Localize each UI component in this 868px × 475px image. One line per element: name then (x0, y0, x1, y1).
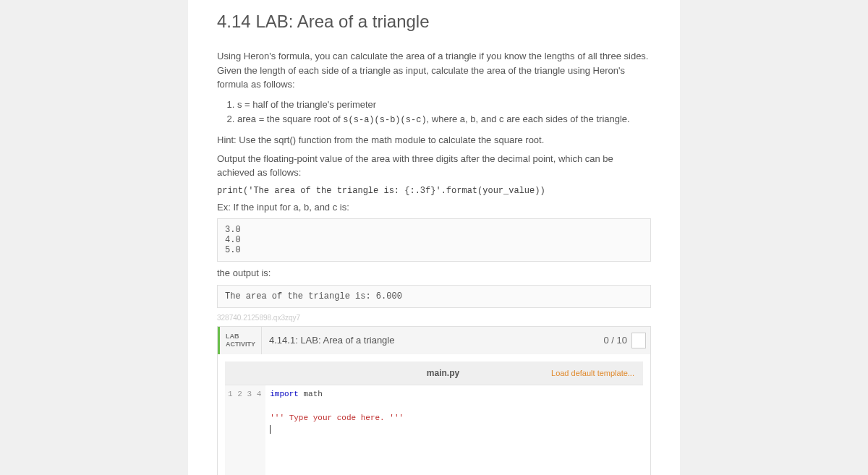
line-gutter: 1 2 3 4 (225, 385, 265, 475)
intro-paragraph: Using Heron's formula, you can calculate… (217, 49, 651, 92)
load-default-template-link[interactable]: Load default template... (551, 369, 634, 377)
kw-import: import (270, 390, 299, 398)
lab-score-text: 0 / 10 (603, 335, 627, 346)
lab-score: 0 / 10 (599, 327, 650, 354)
step-2-suffix: , where a, b, and c are each sides of th… (427, 114, 630, 124)
module-math: math (299, 390, 323, 398)
code-placeholder-comment: ''' Type your code here. ''' (270, 414, 404, 422)
steps-list: s = half of the triangle's perimeter are… (237, 98, 651, 128)
resource-id: 328740.2125898.qx3zqy7 (217, 314, 651, 322)
lab-title: 4.14.1: LAB: Area of a triangle (262, 327, 599, 354)
file-name: main.py (427, 368, 459, 378)
example-label: Ex: If the input for a, b, and c is: (217, 200, 651, 215)
page-container: 4.14 LAB: Area of a triangle Using Heron… (188, 0, 680, 475)
file-bar: main.py Load default template... (225, 361, 643, 385)
lab-tag: LAB ACTIVITY (220, 327, 262, 354)
example-output-label: the output is: (217, 266, 651, 281)
output-spec: Output the floating-point value of the a… (217, 152, 651, 180)
step-2-prefix: area = the square root of (237, 114, 343, 124)
text-cursor (270, 425, 271, 434)
step-2-formula: s(s-a)(s-b)(s-c) (343, 115, 426, 125)
lab-tag-l2: ACTIVITY (226, 341, 255, 348)
lab-body: main.py Load default template... 1 2 3 4… (218, 354, 650, 475)
lab-activity-box: LAB ACTIVITY 4.14.1: LAB: Area of a tria… (217, 326, 651, 475)
code-editor[interactable]: 1 2 3 4 import math ''' Type your code h… (225, 385, 643, 475)
example-input: 3.0 4.0 5.0 (217, 218, 651, 262)
lab-header: LAB ACTIVITY 4.14.1: LAB: Area of a tria… (218, 327, 650, 354)
lab-tag-l1: LAB (226, 333, 255, 341)
code-area[interactable]: import math ''' Type your code here. ''' (265, 385, 643, 475)
print-code: print('The area of the triangle is: {:.3… (217, 186, 545, 196)
example-output: The area of the triangle is: 6.000 (217, 285, 651, 308)
hint-text: Hint: Use the sqrt() function from the m… (217, 133, 651, 147)
page-title: 4.14 LAB: Area of a triangle (217, 0, 651, 45)
step-2: area = the square root of s(s-a)(s-b)(s-… (237, 112, 651, 127)
step-1: s = half of the triangle's perimeter (237, 98, 651, 113)
score-checkbox-icon (631, 333, 646, 348)
